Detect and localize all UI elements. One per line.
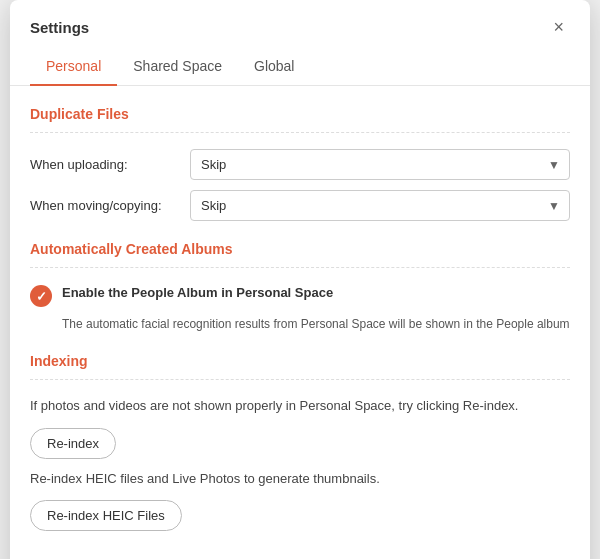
divider-3 — [30, 379, 570, 380]
indexing-info-text: If photos and videos are not shown prope… — [30, 396, 570, 416]
tab-global[interactable]: Global — [238, 48, 310, 86]
moving-select-wrapper: Skip Replace Keep Both ▼ — [190, 190, 570, 221]
modal-header: Settings × — [10, 0, 590, 38]
moving-field-row: When moving/copying: Skip Replace Keep B… — [30, 190, 570, 221]
albums-section: Automatically Created Albums Enable the … — [30, 241, 570, 333]
uploading-select-wrapper: Skip Replace Keep Both ▼ — [190, 149, 570, 180]
divider-2 — [30, 267, 570, 268]
reindex-heic-info: Re-index HEIC files and Live Photos to g… — [30, 469, 570, 489]
duplicate-files-section: Duplicate Files When uploading: Skip Rep… — [30, 106, 570, 221]
duplicate-files-title: Duplicate Files — [30, 106, 570, 122]
uploading-select[interactable]: Skip Replace Keep Both — [190, 149, 570, 180]
settings-modal: Settings × Personal Shared Space Global … — [10, 0, 590, 559]
tab-bar: Personal Shared Space Global — [10, 48, 590, 86]
uploading-label: When uploading: — [30, 157, 190, 172]
reindex-button[interactable]: Re-index — [30, 428, 116, 459]
tab-personal[interactable]: Personal — [30, 48, 117, 86]
indexing-section: Indexing If photos and videos are not sh… — [30, 353, 570, 541]
moving-select[interactable]: Skip Replace Keep Both — [190, 190, 570, 221]
reindex-heic-button[interactable]: Re-index HEIC Files — [30, 500, 182, 531]
close-button[interactable]: × — [547, 16, 570, 38]
modal-body: Duplicate Files When uploading: Skip Rep… — [10, 86, 590, 559]
uploading-field-row: When uploading: Skip Replace Keep Both ▼ — [30, 149, 570, 180]
tab-shared-space[interactable]: Shared Space — [117, 48, 238, 86]
albums-title: Automatically Created Albums — [30, 241, 570, 257]
indexing-title: Indexing — [30, 353, 570, 369]
divider-1 — [30, 132, 570, 133]
moving-label: When moving/copying: — [30, 198, 190, 213]
people-album-checkbox-row: Enable the People Album in Personal Spac… — [30, 284, 570, 307]
people-album-description: The automatic facial recognition results… — [62, 315, 570, 333]
people-album-label: Enable the People Album in Personal Spac… — [62, 284, 333, 302]
modal-title: Settings — [30, 19, 89, 36]
checkbox-checked-icon[interactable] — [30, 285, 52, 307]
